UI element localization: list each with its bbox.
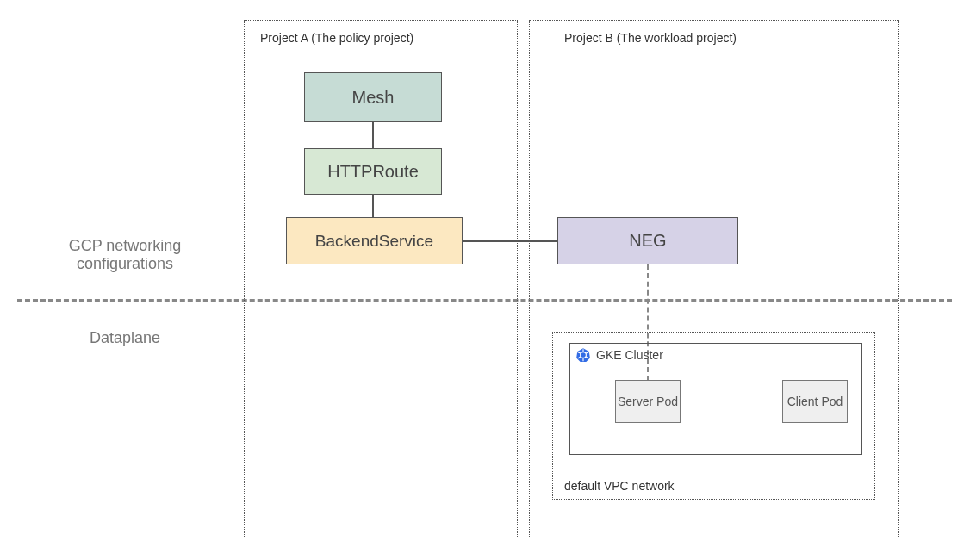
vpc-label: default VPC network [564, 479, 675, 493]
mesh-node: Mesh [304, 72, 442, 122]
server-pod-node: Server Pod [615, 380, 681, 423]
project-b-title: Project B (The workload project) [564, 31, 737, 45]
kubernetes-icon [575, 347, 591, 363]
project-a-title: Project A (The policy project) [260, 31, 413, 45]
dataplane-label: Dataplane [34, 329, 215, 347]
gke-cluster-label: GKE Cluster [596, 348, 663, 362]
client-pod-node: Client Pod [782, 380, 848, 423]
httproute-node: HTTPRoute [304, 148, 442, 195]
connector-mesh-httproute [372, 122, 374, 148]
neg-node: NEG [557, 217, 738, 264]
gke-cluster-header: GKE Cluster [575, 347, 663, 363]
connector-httproute-backendservice [372, 195, 374, 217]
connector-backendservice-neg [463, 240, 557, 242]
backendservice-node: BackendService [286, 217, 463, 264]
gcp-config-label: GCP networking configurations [34, 237, 215, 273]
